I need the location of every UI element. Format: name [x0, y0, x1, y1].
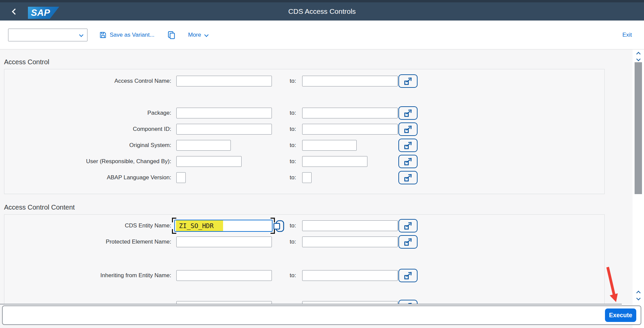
form-row: Original System: to:: [4, 140, 418, 151]
to-label: to:: [290, 158, 296, 165]
more-label: More: [188, 32, 201, 38]
scroll-down-button[interactable]: [633, 57, 644, 62]
save-as-variant-button[interactable]: Save as Variant...: [99, 31, 154, 39]
access-control-name-to-input[interactable]: [302, 76, 398, 86]
original-system-from-input[interactable]: [176, 140, 231, 151]
scroll-up-button[interactable]: [633, 51, 644, 57]
form-row: Access Control Name: to:: [4, 76, 418, 86]
save-as-variant-label: Save as Variant...: [110, 32, 154, 38]
form-row: Component ID: to:: [4, 124, 418, 135]
field-label: Inheriting from Entity Name:: [4, 272, 171, 279]
abap-language-version-from-input[interactable]: [176, 172, 186, 183]
range-selection-button-abap-version[interactable]: [398, 171, 418, 184]
more-menu-button[interactable]: More: [188, 32, 208, 38]
value-help-button[interactable]: [272, 219, 285, 235]
range-selection-button-cds-entity[interactable]: [398, 219, 418, 232]
value-help-icon: [272, 219, 285, 233]
to-label: to:: [290, 78, 296, 84]
content-bottom-border: [0, 304, 622, 304]
field-label: User (Responsible, Changed By):: [4, 158, 171, 165]
interval-selection-icon: [403, 125, 413, 134]
range-selection-button-access-control-name[interactable]: [398, 74, 418, 88]
to-label: to:: [290, 126, 296, 133]
exit-link[interactable]: Exit: [622, 32, 632, 38]
sap-logo-text: SAP: [28, 8, 50, 18]
page-title: CDS Access Controls: [0, 2, 644, 21]
interval-selection-icon: [403, 173, 413, 182]
range-selection-button-original-system[interactable]: [398, 139, 418, 152]
section-title-access-control-content: Access Control Content: [4, 204, 75, 211]
user-responsible-from-input[interactable]: [176, 156, 242, 167]
field-label: Package:: [4, 110, 171, 116]
abap-language-version-to-input[interactable]: [302, 172, 312, 183]
interval-selection-icon: [403, 221, 413, 230]
interval-selection-icon: [403, 77, 413, 85]
field-label: Component ID:: [4, 126, 171, 133]
access-control-name-from-input[interactable]: [176, 76, 272, 86]
cds-entity-name-from-input[interactable]: ZI_SO_HDR: [174, 220, 273, 232]
chevron-down-icon: [636, 57, 641, 61]
execute-button[interactable]: Execute: [605, 308, 636, 322]
component-id-to-input[interactable]: [302, 124, 398, 135]
sap-logo: SAP: [28, 7, 59, 19]
field-label: Access Control Name:: [4, 78, 171, 84]
scrollbar-thumb[interactable]: [635, 62, 642, 194]
chevron-up-icon: [636, 291, 641, 295]
scroll-up-button-bottom[interactable]: [633, 290, 644, 295]
form-row: Protected Element Name: to:: [4, 236, 418, 247]
to-label: to:: [290, 142, 296, 149]
form-row: Inheriting from Entity Name: to:: [4, 270, 418, 281]
original-system-to-input[interactable]: [302, 140, 357, 151]
copy-button[interactable]: [167, 31, 175, 39]
range-selection-button-package[interactable]: [398, 106, 418, 120]
application-toolbar: Save as Variant... More Exit: [0, 21, 644, 49]
variant-select[interactable]: [8, 29, 87, 41]
selection-bracket: [172, 229, 176, 234]
highlighted-value: ZI_SO_HDR: [176, 220, 223, 231]
field-label: ABAP Language Version:: [4, 174, 171, 181]
to-label: to:: [290, 222, 296, 229]
form-row: User (Responsible, Changed By): to:: [4, 156, 418, 167]
package-to-input[interactable]: [302, 108, 398, 118]
package-from-input[interactable]: [176, 108, 272, 118]
footer-bar: Execute: [2, 305, 641, 325]
form-row: CDS Entity Name: ZI_SO_HDR to:: [4, 220, 418, 232]
shell-header: SAP CDS Access Controls: [0, 2, 644, 21]
field-label: Original System:: [4, 142, 171, 149]
selection-bracket: [172, 218, 176, 222]
range-selection-button-inheriting-entity[interactable]: [398, 269, 418, 282]
back-button[interactable]: [10, 7, 20, 16]
form-row: ABAP Language Version: to:: [4, 172, 418, 183]
section-title-access-control: Access Control: [4, 58, 49, 66]
chevron-up-icon: [636, 52, 641, 56]
form-row: Package: to:: [4, 108, 418, 118]
content-area: Access Control Access Control Name: to: …: [0, 49, 633, 304]
back-chevron-icon: [12, 8, 18, 14]
sap-gui-window: SAP CDS Access Controls Save as Variant.…: [0, 0, 644, 328]
to-label: to:: [290, 239, 296, 245]
floppy-disk-icon: [99, 31, 107, 39]
interval-selection-icon: [403, 109, 413, 117]
range-selection-button-component-id[interactable]: [398, 122, 418, 136]
protected-element-name-to-input[interactable]: [302, 236, 398, 247]
user-responsible-to-input[interactable]: [302, 156, 367, 167]
cds-entity-name-to-input[interactable]: [302, 220, 398, 231]
chevron-down-icon: [204, 33, 209, 37]
to-label: to:: [290, 272, 296, 279]
range-selection-button-protected-element[interactable]: [398, 235, 418, 249]
inheriting-entity-name-from-input[interactable]: [176, 270, 272, 281]
interval-selection-icon: [403, 157, 413, 166]
protected-element-name-from-input[interactable]: [176, 236, 272, 247]
field-label: Protected Element Name:: [4, 239, 171, 245]
interval-selection-icon: [403, 141, 413, 150]
range-selection-button-user[interactable]: [398, 155, 418, 168]
interval-selection-icon: [403, 271, 413, 280]
to-label: to:: [290, 174, 296, 181]
inheriting-entity-name-to-input[interactable]: [302, 270, 398, 281]
component-id-from-input[interactable]: [176, 124, 272, 135]
scroll-down-button-bottom[interactable]: [633, 296, 644, 301]
browser-top-strip: [0, 0, 644, 2]
to-label: to:: [290, 110, 296, 116]
chevron-down-icon: [79, 33, 83, 37]
vertical-scrollbar[interactable]: [633, 49, 644, 328]
